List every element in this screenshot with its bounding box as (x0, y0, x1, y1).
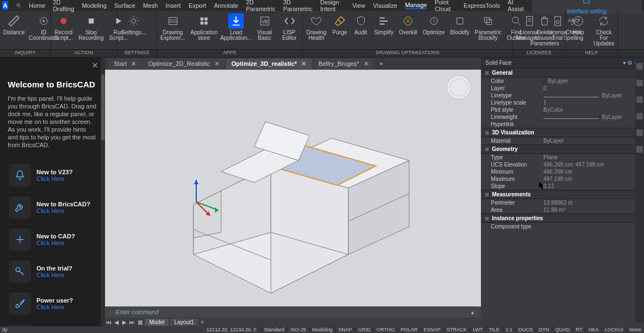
prop-row[interactable]: Component type (481, 223, 644, 230)
prop-section-3d-visualization[interactable]: 3D Visualization (481, 128, 644, 137)
prop-row[interactable]: Hyperlink (481, 121, 644, 128)
layout-last[interactable]: ⏭ (128, 319, 136, 325)
ribbon-check-for-updates[interactable]: Check For Updates (594, 13, 614, 46)
ribbon-overkill[interactable]: Overkill (399, 13, 417, 35)
status-chip-iso-25[interactable]: ISO-25 (287, 327, 309, 332)
status-chip-modeling[interactable]: Modeling (309, 327, 336, 332)
layout-prev[interactable]: ◀ (113, 319, 121, 325)
ribbon-purge[interactable]: Purge (332, 13, 348, 35)
status-chip-hka[interactable]: HKA (585, 327, 601, 332)
search-icon[interactable] (16, 2, 21, 9)
status-chip-snap[interactable]: SNAP (335, 327, 355, 332)
layout-first[interactable]: ⏮ (105, 319, 113, 325)
ribbon-lisp-editor[interactable]: LISP Editor (280, 13, 299, 41)
prop-section-geometry[interactable]: Geometry (481, 144, 644, 154)
status-chip-ducs[interactable]: DUCS (515, 327, 536, 332)
status-chip-strack[interactable]: STRACK (443, 327, 470, 332)
prop-row[interactable]: LineweightByLayer (481, 113, 644, 121)
tip-link[interactable]: Click Here (36, 175, 72, 182)
status-chip-rt[interactable]: RT (573, 327, 585, 332)
tip-link[interactable]: Click Here (36, 272, 72, 278)
menu-2d-parametric[interactable]: 2D Parametric (246, 0, 275, 12)
prop-row[interactable]: Area11.98 m² (481, 206, 644, 214)
prop-row[interactable]: Linetype scale1 (481, 99, 644, 106)
ribbon-stop-recording[interactable]: Stop Recording (78, 13, 104, 41)
ribbon-license-manager-[interactable]: License Manager... (516, 13, 542, 41)
tip-card[interactable]: Power user?Click Here (7, 289, 98, 318)
menu-visualize[interactable]: Visualize (373, 2, 397, 9)
tip-card[interactable]: On the trial?Click Here (7, 257, 98, 286)
ribbon-load-application-[interactable]: Load Application... (223, 13, 249, 41)
menu-design-intent[interactable]: Design Intent (320, 0, 344, 12)
ribbon-visual-basic[interactable]: VBVisual Basic (255, 13, 274, 41)
tip-card[interactable]: New to BricsCAD?Click Here (7, 193, 98, 222)
status-chip-1:1[interactable]: 1:1 (502, 327, 516, 332)
tips-scrollbar[interactable] (101, 58, 105, 326)
menu-point-cloud[interactable]: Point Cloud (434, 0, 455, 12)
menu-modeling[interactable]: Modeling (82, 2, 107, 9)
status-chip-grid[interactable]: GRID (355, 327, 374, 332)
status-chip-esnap[interactable]: ESNAP (420, 327, 443, 332)
add-tab-button[interactable]: + (375, 59, 388, 68)
3d-viewport[interactable] (105, 70, 481, 306)
tip-link[interactable]: Click Here (36, 240, 75, 246)
status-chip-standard[interactable]: Standard (261, 327, 287, 332)
ribbon-settings-[interactable]: Settings... (121, 13, 147, 35)
layout-add[interactable]: + (198, 319, 206, 325)
menu-home[interactable]: Home (29, 2, 45, 9)
prop-row[interactable]: Perimeter13.98863 m (481, 199, 644, 206)
menu-surface[interactable]: Surface (114, 2, 135, 9)
menu-3d-parametric[interactable]: 3D Parametric (283, 0, 312, 12)
command-line[interactable]: : Enter command ▴ (105, 306, 481, 318)
ribbon-record-script-[interactable]: Record Script... (54, 13, 73, 41)
prop-row[interactable]: Minimum496.268 cm (481, 168, 644, 175)
prop-row[interactable]: Layer0 (481, 85, 644, 92)
doc-tab[interactable]: Belfry_Bruges*✕ (313, 59, 374, 69)
ribbon-parametric-blockify[interactable]: Parametric Blockify (475, 13, 501, 41)
menu-expresstools[interactable]: ExpressTools (464, 2, 500, 9)
close-icon[interactable]: ✕ (92, 61, 98, 70)
right-tool-strip[interactable] (635, 58, 644, 323)
menu-ai-assist[interactable]: AI Assist (507, 0, 523, 12)
prop-row[interactable]: UCS Elevation496.268 cm; 497.198 cm (481, 161, 644, 168)
view-compass[interactable] (447, 75, 471, 100)
menu-annotate[interactable]: Annotate (214, 2, 238, 9)
tip-link[interactable]: Click Here (36, 304, 73, 310)
ribbon-drawing-explorer-[interactable]: Drawing Explorer... (160, 13, 185, 41)
menu-view[interactable]: View (352, 2, 365, 9)
prop-row[interactable]: Maximum497.198 cm (481, 175, 644, 183)
status-chip-lockui[interactable]: LOCKUI (601, 327, 626, 332)
tip-link[interactable]: Click Here (36, 207, 90, 214)
layout-menu[interactable]: ▦ (136, 319, 144, 325)
app-logo[interactable]: A (2, 1, 8, 10)
ribbon-help[interactable]: ?Help (569, 13, 588, 35)
status-chip-lwt[interactable]: LWT (469, 327, 485, 332)
ribbon-audit[interactable]: Audit (353, 13, 369, 35)
menu-manage[interactable]: Manage (405, 2, 427, 9)
status-chip-polar[interactable]: POLAR (397, 327, 421, 332)
prop-row[interactable]: Plot styleByColor (481, 106, 644, 113)
layout-tab-model[interactable]: Model (145, 319, 169, 326)
close-icon[interactable]: ✕ (214, 60, 219, 67)
status-chip-quad[interactable]: QUAD (552, 327, 573, 332)
doc-tab[interactable]: Start✕ (108, 59, 142, 69)
doc-tab[interactable]: Optimize_2D_Realistic✕ (143, 59, 224, 69)
menu-mesh[interactable]: Mesh (143, 2, 158, 9)
command-expand-icon[interactable]: ▴ (471, 309, 474, 316)
ribbon-distance[interactable]: Distance (3, 13, 25, 35)
close-icon[interactable]: ✕ (301, 60, 306, 67)
menu-insert[interactable]: Insert (166, 2, 181, 9)
ribbon-simplify[interactable]: Simplify (374, 13, 394, 35)
ribbon-blockify[interactable]: Blockify (451, 13, 469, 35)
prop-section-measurements[interactable]: Measurements (481, 190, 644, 199)
prop-row[interactable]: LinetypeByLayer (481, 92, 644, 99)
layout-tab-layout1[interactable]: Layout1 (170, 319, 198, 326)
close-icon[interactable]: ✕ (131, 60, 136, 67)
prop-section-general[interactable]: General (481, 68, 644, 77)
ribbon-license-trial[interactable]: License Trial (548, 13, 567, 41)
ribbon-drawing-health[interactable]: Drawing Health (306, 13, 327, 41)
tip-card[interactable]: New to V23?Click Here (7, 161, 98, 190)
doc-tab[interactable]: Optimize_3D_realistic*✕ (226, 59, 312, 69)
status-chip-none[interactable]: None (626, 327, 644, 332)
prop-row[interactable]: MaterialByLayer (481, 137, 644, 144)
